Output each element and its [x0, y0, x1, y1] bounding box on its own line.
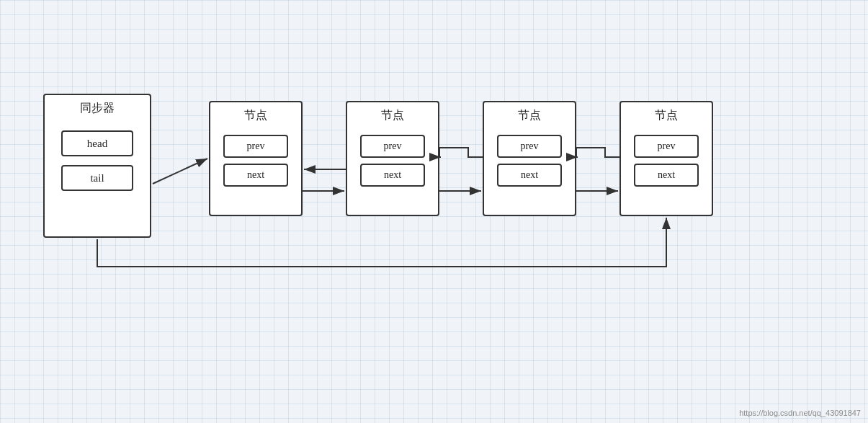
node-box-4: 节点 prev next [619, 101, 713, 216]
node4-prev: prev [634, 135, 699, 158]
watermark: https://blog.csdn.net/qq_43091847 [739, 409, 861, 417]
node4-title: 节点 [621, 102, 712, 129]
diagram-container: 同步器 head tail 节点 prev next 节点 prev next … [43, 72, 821, 303]
node3-prev: prev [497, 135, 562, 158]
sync-tail-field: tail [61, 165, 133, 191]
svg-line-2 [153, 159, 207, 184]
sync-box-title: 同步器 [45, 95, 150, 122]
sync-head-field: head [61, 130, 133, 156]
node4-next: next [634, 164, 699, 187]
node1-title: 节点 [210, 102, 301, 129]
node2-next: next [360, 164, 425, 187]
node3-title: 节点 [484, 102, 575, 129]
node-box-1: 节点 prev next [209, 101, 303, 216]
sync-box: 同步器 head tail [43, 94, 151, 238]
node1-next: next [223, 164, 288, 187]
node-box-3: 节点 prev next [483, 101, 576, 216]
node2-prev: prev [360, 135, 425, 158]
node-box-2: 节点 prev next [346, 101, 439, 216]
node2-title: 节点 [347, 102, 438, 129]
node1-prev: prev [223, 135, 288, 158]
node3-next: next [497, 164, 562, 187]
